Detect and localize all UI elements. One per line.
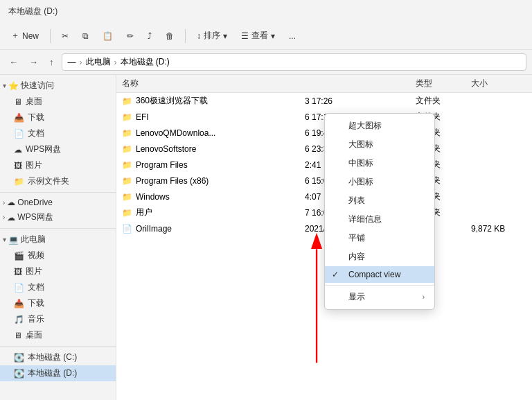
path-separator-2: ›	[114, 58, 117, 67]
menu-item-label: 显示	[348, 291, 417, 303]
documents-pc-icon: 📄	[14, 283, 24, 293]
menu-item-5[interactable]: 详细信息	[325, 210, 434, 229]
menu-item-9[interactable]: 显示 ›	[325, 288, 434, 306]
back-button[interactable]: ←	[6, 55, 21, 69]
menu-item-6[interactable]: 平铺	[325, 229, 434, 247]
pictures-pc-label: 图片	[26, 266, 42, 277]
sidebar-item-downloads[interactable]: 📥 下载	[0, 110, 116, 125]
menu-check-icon: ✓	[332, 270, 343, 279]
sidebar-item-desktop[interactable]: 🖥 桌面	[0, 94, 116, 110]
sidebar-item-documents[interactable]: 📄 文档	[0, 125, 116, 141]
share-button[interactable]: ⤴	[142, 28, 157, 44]
sidebar-item-example-folder[interactable]: 📁 示例文件夹	[0, 173, 116, 189]
up-button[interactable]: ↑	[46, 55, 57, 69]
paste-icon: 📋	[103, 31, 113, 41]
menu-item-7[interactable]: 内容	[325, 247, 434, 266]
sidebar-item-drive-d[interactable]: 💽 本地磁盘 (D:)	[0, 365, 116, 381]
view-button[interactable]: ☰ 查看 ▾	[236, 27, 281, 44]
toolbar: ＋ New ✂ ⧉ 📋 ✏ ⤴ 🗑 ↕ 排序 ▾ ☰ 查看 ▾ ...	[0, 22, 532, 50]
downloads-pc-label: 下载	[28, 297, 44, 309]
col-size[interactable]: 大小	[471, 78, 526, 89]
menu-item-1[interactable]: 大图标	[325, 135, 434, 154]
view-label: 查看	[251, 30, 268, 42]
table-row[interactable]: 📁 360极速浏览器下载 3 17:26 文件夹	[116, 93, 532, 109]
address-path[interactable]: — › 此电脑 › 本地磁盘 (D:)	[62, 53, 527, 71]
copy-button[interactable]: ⧉	[77, 28, 94, 44]
file-name: 📁 360极速浏览器下载	[122, 95, 305, 107]
menu-item-2[interactable]: 中图标	[325, 154, 434, 173]
context-menu: 超大图标 大图标 中图标 小图标 列表 详细信息 平铺 内容 ✓ Compact…	[324, 113, 435, 310]
main-layout: ▾ ⭐ 快速访问 🖥 桌面 📥 下载 📄 文档 ☁ WPS网盘 🖼 图片 📁 示…	[0, 75, 532, 400]
sidebar-item-wps-cloud-quick[interactable]: ☁ WPS网盘	[0, 141, 116, 157]
sidebar-item-music[interactable]: 🎵 音乐	[0, 311, 116, 327]
file-folder-icon: 📁	[122, 208, 132, 218]
forward-button[interactable]: →	[26, 55, 42, 69]
chevron-down-icon: ▾	[3, 82, 6, 89]
this-pc-icon: 💻	[8, 235, 19, 245]
more-label: ...	[289, 31, 296, 41]
example-folder-label: 示例文件夹	[28, 175, 69, 187]
sidebar-item-documents-pc[interactable]: 📄 文档	[0, 279, 116, 295]
sidebar-item-video[interactable]: 🎬 视频	[0, 247, 116, 263]
view-chevron-icon: ▾	[271, 31, 275, 41]
file-name-text: EFI	[136, 112, 149, 122]
pictures-icon: 🖼	[14, 161, 22, 171]
path-home-icon: —	[68, 58, 76, 67]
submenu-arrow-icon: ›	[423, 293, 425, 301]
col-modified[interactable]	[305, 78, 416, 89]
file-name-text: LenovoSoftstore	[136, 144, 196, 154]
menu-item-label: 小图标	[348, 176, 425, 188]
path-drive-d[interactable]: 本地磁盘 (D:)	[121, 56, 170, 68]
sort-label: 排序	[204, 30, 220, 42]
view-icon: ☰	[241, 31, 249, 41]
file-type: 文件夹	[416, 95, 471, 107]
more-button[interactable]: ...	[283, 28, 301, 44]
documents-label: 文档	[28, 128, 44, 139]
delete-button[interactable]: 🗑	[160, 28, 179, 44]
sidebar-item-drive-c[interactable]: 💽 本地磁盘 (C:)	[0, 349, 116, 365]
sort-icon: ↕	[197, 31, 201, 41]
col-name[interactable]: 名称	[122, 78, 305, 89]
sidebar-group-quick-access[interactable]: ▾ ⭐ 快速访问	[0, 78, 116, 94]
file-list-header: 名称 类型 大小	[116, 75, 532, 93]
toolbar-separator-1	[50, 29, 51, 43]
cut-icon: ✂	[62, 31, 69, 41]
copy-icon: ⧉	[82, 31, 89, 41]
video-label: 视频	[28, 250, 44, 261]
menu-item-label: 列表	[348, 195, 425, 207]
file-name-text: Program Files (x86)	[136, 176, 209, 186]
menu-item-3[interactable]: 小图标	[325, 173, 434, 191]
sidebar-item-pictures-pc[interactable]: 🖼 图片	[0, 263, 116, 279]
sidebar-group-wps[interactable]: › ☁ WPS网盘	[0, 209, 116, 225]
paste-button[interactable]: 📋	[97, 28, 118, 44]
sidebar-group-onedrive[interactable]: › ☁ OneDrive	[0, 195, 116, 209]
downloads-label: 下载	[28, 112, 44, 123]
sidebar-group-this-pc[interactable]: ▾ 💻 此电脑	[0, 232, 116, 247]
file-name: 📁 Program Files	[122, 160, 305, 170]
menu-item-0[interactable]: 超大图标	[325, 116, 434, 135]
sidebar-divider-3	[0, 346, 116, 347]
sidebar-item-downloads-pc[interactable]: 📥 下载	[0, 295, 116, 311]
rename-button[interactable]: ✏	[121, 28, 139, 44]
drive-c-label: 本地磁盘 (C:)	[28, 351, 77, 363]
documents-pc-label: 文档	[28, 281, 44, 293]
chevron-down-icon-this-pc: ▾	[3, 236, 6, 243]
title-bar-text: 本地磁盘 (D:)	[8, 6, 57, 17]
sort-button[interactable]: ↕ 排序 ▾	[191, 27, 233, 44]
sidebar-item-desktop-pc[interactable]: 🖥 桌面	[0, 327, 116, 343]
drive-d-label: 本地磁盘 (D:)	[28, 367, 77, 379]
share-icon: ⤴	[148, 31, 152, 41]
menu-item-4[interactable]: 列表	[325, 191, 434, 210]
music-label: 音乐	[28, 313, 44, 325]
col-type[interactable]: 类型	[416, 78, 471, 89]
downloads-pc-icon: 📥	[14, 299, 24, 308]
file-name-text: LenovoQMDownloa...	[136, 128, 215, 138]
new-button[interactable]: ＋ New	[6, 27, 44, 44]
path-this-pc[interactable]: 此电脑	[86, 56, 111, 68]
sidebar-item-pictures[interactable]: 🖼 图片	[0, 157, 116, 173]
cut-button[interactable]: ✂	[56, 28, 74, 44]
file-folder-icon: 📁	[122, 144, 132, 154]
menu-item-8[interactable]: ✓ Compact view	[325, 266, 434, 283]
sort-chevron-icon: ▾	[223, 31, 227, 41]
file-folder-icon: 📁	[122, 96, 132, 106]
